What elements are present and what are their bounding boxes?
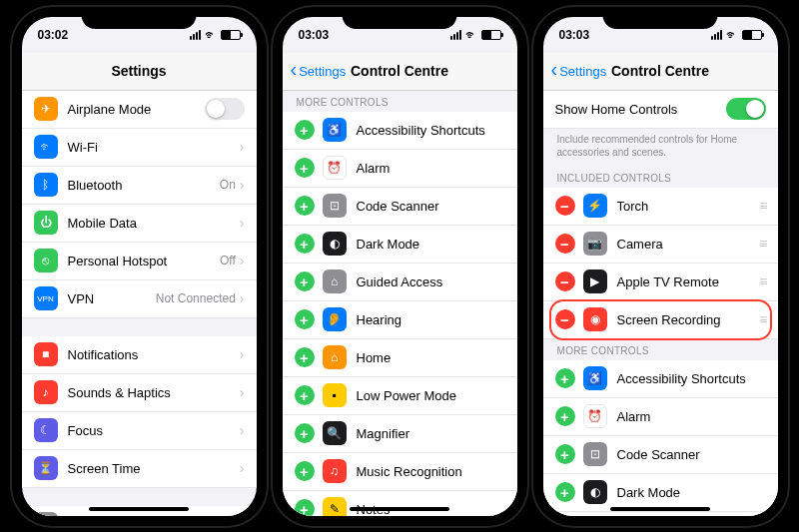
row-icon: VPN — [34, 286, 58, 310]
row-icon: ⏰ — [583, 404, 607, 428]
settings-row[interactable]: ᛒ Bluetooth On› — [22, 167, 257, 205]
settings-row[interactable]: ☾ Focus › — [22, 412, 257, 450]
row-label: Guided Access — [357, 274, 505, 289]
section-header: MORE CONTROLS — [543, 339, 778, 360]
chevron-right-icon: › — [240, 290, 245, 306]
settings-row[interactable]: ⏳ Screen Time › — [22, 450, 257, 488]
screen: 03:03 ᯤ Settings Control Centre MORE CON… — [283, 17, 517, 516]
add-button[interactable]: + — [555, 482, 575, 502]
control-row[interactable]: +⌂ Guided Access — [543, 512, 778, 516]
row-label: Alarm — [357, 161, 505, 176]
control-row[interactable]: +⊡ Code Scanner — [283, 188, 517, 226]
control-row[interactable]: −📷 Camera ≡ — [543, 226, 778, 264]
add-button[interactable]: + — [295, 385, 315, 405]
add-button[interactable]: + — [295, 423, 315, 443]
remove-button[interactable]: − — [555, 234, 575, 254]
control-row[interactable]: +⊡ Code Scanner — [543, 436, 778, 474]
row-label: Code Scanner — [357, 199, 505, 214]
settings-row[interactable]: ⏻ Mobile Data › — [22, 205, 257, 243]
add-button[interactable]: + — [295, 234, 315, 254]
add-button[interactable]: + — [295, 271, 315, 291]
settings-row[interactable]: ✈ Airplane Mode — [22, 91, 257, 129]
remove-button[interactable]: − — [555, 196, 575, 216]
row-label: VPN — [68, 291, 156, 306]
add-button[interactable]: + — [295, 196, 315, 216]
screen: 03:03 ᯤ Settings Control Centre Show Hom… — [543, 17, 778, 516]
chevron-right-icon: › — [240, 460, 245, 476]
drag-handle-icon[interactable]: ≡ — [759, 198, 765, 214]
chevron-right-icon: › — [240, 177, 245, 193]
add-button[interactable]: + — [555, 368, 575, 388]
control-row[interactable]: −▶ Apple TV Remote ≡ — [543, 264, 778, 301]
control-centre-content[interactable]: Show Home Controls Include recommended c… — [543, 91, 778, 516]
toggle-switch[interactable] — [205, 98, 245, 120]
add-button[interactable]: + — [295, 347, 315, 367]
home-indicator[interactable] — [89, 507, 189, 511]
row-label: Home — [357, 350, 505, 365]
chevron-right-icon: › — [240, 422, 245, 438]
control-row[interactable]: +◐ Dark Mode — [283, 226, 517, 264]
row-label: Screen Time — [68, 461, 240, 476]
row-icon: ■ — [34, 342, 58, 366]
page-title: Control Centre — [611, 63, 709, 79]
clock: 03:02 — [38, 28, 69, 42]
control-row[interactable]: −⚡ Torch ≡ — [543, 188, 778, 226]
control-row[interactable]: +⌂ Home — [283, 339, 517, 377]
control-row[interactable]: −◉ Screen Recording ≡ — [543, 301, 778, 339]
control-row[interactable]: +♿ Accessibility Shortcuts — [283, 112, 517, 150]
control-row[interactable]: +⏰ Alarm — [283, 150, 517, 188]
control-row[interactable]: +✎ Notes — [283, 491, 517, 516]
back-button[interactable]: Settings — [291, 64, 347, 79]
signal-icon — [190, 30, 201, 40]
phone-control-centre-more: 03:03 ᯤ Settings Control Centre MORE CON… — [273, 7, 527, 526]
nav-bar: Settings Control Centre — [283, 53, 517, 91]
chevron-right-icon: › — [240, 384, 245, 400]
settings-row[interactable]: ⎋ Personal Hotspot Off› — [22, 243, 257, 280]
control-row[interactable]: +⌂ Guided Access — [283, 264, 517, 301]
settings-list[interactable]: ✈ Airplane Mode ᯤ Wi-Fi › ᛒ Bluetooth On… — [22, 91, 257, 516]
section-header: INCLUDED CONTROLS — [543, 167, 778, 188]
control-row[interactable]: +♫ Music Recognition — [283, 453, 517, 491]
add-button[interactable]: + — [295, 120, 315, 140]
more-controls-list[interactable]: MORE CONTROLS +♿ Accessibility Shortcuts… — [283, 91, 517, 516]
row-icon: ⊡ — [583, 442, 607, 466]
row-icon: ▶ — [583, 269, 607, 293]
chevron-right-icon: › — [240, 215, 245, 231]
remove-button[interactable]: − — [555, 309, 575, 329]
control-row[interactable]: +⏰ Alarm — [543, 398, 778, 436]
control-row[interactable]: +▪ Low Power Mode — [283, 377, 517, 415]
show-home-controls-row[interactable]: Show Home Controls — [543, 91, 778, 129]
drag-handle-icon[interactable]: ≡ — [759, 273, 765, 289]
row-detail: Not Connected — [156, 291, 236, 305]
settings-row[interactable]: ♪ Sounds & Haptics › — [22, 374, 257, 412]
add-button[interactable]: + — [555, 444, 575, 464]
row-icon: ▪ — [323, 383, 347, 407]
add-button[interactable]: + — [295, 461, 315, 481]
row-label: Magnifier — [357, 426, 505, 441]
control-row[interactable]: +👂 Hearing — [283, 301, 517, 339]
home-indicator[interactable] — [350, 507, 449, 511]
back-button[interactable]: Settings — [551, 64, 607, 79]
control-row[interactable]: +♿ Accessibility Shortcuts — [543, 360, 778, 398]
settings-row[interactable]: VPN VPN Not Connected› — [22, 280, 257, 318]
remove-button[interactable]: − — [555, 271, 575, 291]
chevron-left-icon — [291, 64, 298, 79]
settings-row[interactable]: ■ Notifications › — [22, 336, 257, 374]
row-icon: ᛒ — [34, 173, 58, 197]
drag-handle-icon[interactable]: ≡ — [759, 236, 765, 252]
add-button[interactable]: + — [295, 158, 315, 178]
add-button[interactable]: + — [295, 499, 315, 516]
row-label: Notifications — [68, 347, 240, 362]
home-indicator[interactable] — [610, 507, 710, 511]
row-label: Hearing — [357, 312, 505, 327]
row-label: Accessibility Shortcuts — [617, 371, 766, 386]
settings-row[interactable]: ᯤ Wi-Fi › — [22, 129, 257, 167]
drag-handle-icon[interactable]: ≡ — [759, 311, 765, 327]
home-controls-switch[interactable] — [726, 98, 766, 120]
battery-icon — [481, 30, 501, 40]
page-title: Settings — [111, 63, 166, 79]
add-button[interactable]: + — [295, 309, 315, 329]
control-row[interactable]: +🔍 Magnifier — [283, 415, 517, 453]
row-icon: 📷 — [583, 232, 607, 256]
add-button[interactable]: + — [555, 406, 575, 426]
